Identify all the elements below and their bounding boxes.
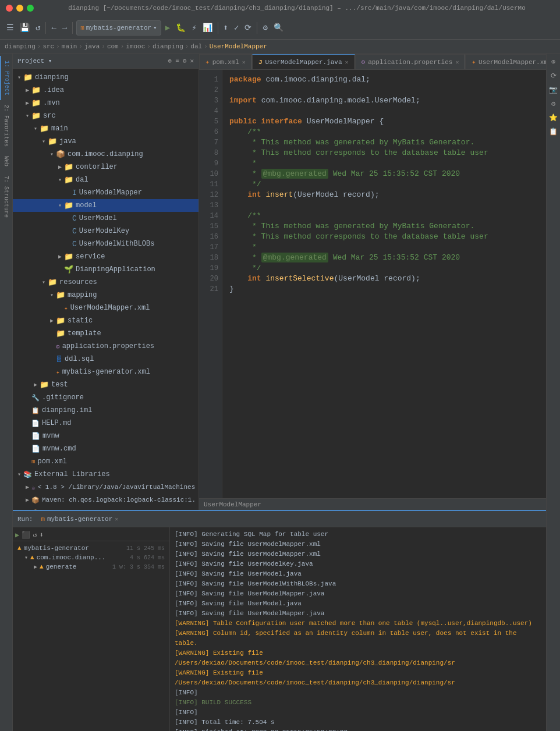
breadcrumb-java[interactable]: java — [84, 43, 100, 50]
tree-label: test — [51, 381, 68, 389]
tree-item-test[interactable]: ▶ 📁 test — [13, 378, 199, 391]
tab-close-icon[interactable]: ✕ — [242, 59, 246, 66]
sidebar-item-project[interactable]: 1: Project — [0, 56, 12, 100]
tab-pom-xml[interactable]: ✦ pom.xml ✕ — [199, 54, 252, 69]
collapse-icon[interactable]: ≡ — [175, 57, 179, 65]
breadcrumb-src[interactable]: src — [42, 43, 54, 50]
tree-item-service[interactable]: ▶ 📁 service — [13, 250, 199, 263]
run-play-icon[interactable]: ▶ — [15, 531, 19, 540]
tree-item-controller[interactable]: ▶ 📁 contorller — [13, 161, 199, 173]
run-button[interactable]: ▶ — [164, 21, 172, 34]
right-side-toolbar: ⊕ ⟳ 📷 ⚙ ⭐ 📋 — [546, 54, 560, 731]
sidebar-right-icon-6[interactable]: 📋 — [548, 126, 559, 137]
vcs-history-icon[interactable]: ⟳ — [243, 21, 253, 34]
log-line-9: [INFO] Saving file UserModelMapper.java — [175, 609, 541, 619]
tab-close-icon[interactable]: ✕ — [455, 59, 459, 66]
settings-icon[interactable]: ⚙ — [261, 21, 269, 34]
settings-panel-icon[interactable]: ⚙ — [183, 57, 187, 65]
back-icon[interactable]: ← — [49, 22, 58, 34]
sidebar-right-icon-2[interactable]: ⟳ — [548, 70, 559, 81]
tree-item-usermodeblobs[interactable]: C UserModelWithBLOBs — [13, 237, 199, 250]
breadcrumb-main[interactable]: main — [62, 43, 77, 50]
tree-item-external-libs[interactable]: ▾ 📚 External Libraries — [13, 468, 199, 481]
tree-item-usermodelkey[interactable]: C UserModelKey — [13, 225, 199, 237]
tree-item-gitignore[interactable]: 🔧 .gitignore — [13, 391, 199, 404]
tree-item-static[interactable]: ▶ 📁 static — [13, 314, 199, 327]
debug-button[interactable]: 🐛 — [174, 21, 187, 34]
vcs-update-icon[interactable]: ⬆ — [222, 21, 230, 34]
code-editor[interactable]: package com.imooc.dianping.dal; import c… — [222, 70, 546, 498]
tree-item-mvn[interactable]: ▶ 📁 .mvn — [13, 97, 199, 109]
search-icon[interactable]: 🔍 — [272, 21, 285, 34]
tree-item-jdk[interactable]: ▶ ☕ < 1.8 > /Library/Java/JavaVirtualMac… — [13, 481, 199, 494]
tab-close-icon[interactable]: ✕ — [345, 59, 349, 66]
tree-item-mapping[interactable]: ▾ 📁 mapping — [13, 289, 199, 301]
tree-item-helpmd[interactable]: 📄 HELP.md — [13, 417, 199, 430]
sidebar-item-favorites[interactable]: 2: Favorites — [1, 100, 12, 151]
tree-item-usermodelemapper[interactable]: I UserModelMapper — [13, 186, 199, 199]
sidebar-item-web[interactable]: Web — [1, 151, 12, 171]
run-tree-item-2[interactable]: ▾ ▲ com.imooc.dianp... 4 s 624 ms — [13, 553, 169, 562]
run-rerun-icon[interactable]: ↺ — [33, 531, 37, 540]
sidebar-right-icon-5[interactable]: ⭐ — [548, 112, 559, 123]
breadcrumb-usermodelmapper[interactable]: UserModelMapper — [210, 43, 267, 50]
close-button[interactable] — [6, 5, 13, 12]
run-scroll-icon[interactable]: ⬇ — [39, 531, 43, 540]
minimize-button[interactable] — [16, 5, 23, 12]
tab-app-properties[interactable]: ⚙ application.properties ✕ — [355, 54, 466, 69]
tree-item-resources[interactable]: ▾ 📁 resources — [13, 276, 199, 289]
sidebar-right-icon-4[interactable]: ⚙ — [548, 98, 559, 109]
breadcrumb-com[interactable]: com — [107, 43, 119, 50]
tree-item-usermodelmapper-xml[interactable]: ✦ UserModelMapper.xml — [13, 301, 199, 314]
tree-item-model[interactable]: ▾ 📁 model — [13, 199, 199, 212]
tree-item-usermodel[interactable]: C UserModel — [13, 212, 199, 225]
tree-item-template[interactable]: 📁 template — [13, 327, 199, 340]
tree-item-maven1[interactable]: ▶ 📦 Maven: ch.qos.logback:logback-classi… — [13, 494, 199, 506]
tree-item-main[interactable]: ▾ 📁 main — [13, 122, 199, 135]
run-stop-icon[interactable]: ⬛ — [22, 531, 30, 540]
run-with-coverage-icon[interactable]: ⚡ — [190, 21, 198, 34]
tree-item-src[interactable]: ▾ 📁 src — [13, 109, 199, 122]
tree-item-app-properties[interactable]: ⚙ application.properties — [13, 340, 199, 353]
folder-icon: 📁 — [56, 316, 65, 325]
sidebar-right-icon-3[interactable]: 📷 — [548, 84, 559, 95]
save-all-icon[interactable]: 💾 — [18, 21, 31, 34]
tree-item-dal[interactable]: ▾ 📁 dal — [13, 173, 199, 186]
tree-item-pom[interactable]: m pom.xml — [13, 455, 199, 468]
tree-item-idea[interactable]: ▶ 📁 .idea — [13, 84, 199, 97]
breadcrumb-imooc[interactable]: imooc — [126, 43, 145, 50]
code-container: 12345 678910 1112131415 1617181920 21 pa… — [199, 70, 546, 498]
tab-usermodelmapper-java[interactable]: J UserModelMapper.java ✕ — [252, 54, 355, 69]
tree-item-java[interactable]: ▾ 📁 java — [13, 135, 199, 148]
tree-item-ddl-sql[interactable]: 🗄 ddl.sql — [13, 353, 199, 365]
run-tree-item-1[interactable]: ▲ mybatis-generator 11 s 245 ms — [13, 544, 169, 553]
project-panel-header: Project ▾ ⊕ ≡ ⚙ ✕ — [13, 54, 199, 69]
tree-item-com-imooc[interactable]: ▾ 📦 com.imooc.dianping — [13, 148, 199, 161]
maximize-button[interactable] — [27, 5, 34, 12]
close-panel-icon[interactable]: ✕ — [190, 57, 194, 65]
sync-icon[interactable]: ↺ — [34, 21, 42, 34]
tree-item-mvnw[interactable]: 📄 mvnw — [13, 430, 199, 442]
project-icon[interactable]: ☰ — [5, 21, 16, 34]
forward-icon[interactable]: → — [61, 22, 69, 34]
breadcrumb-dianping[interactable]: dianping — [5, 43, 36, 50]
add-icon[interactable]: ⊕ — [168, 57, 172, 65]
tree-item-mybatis-xml[interactable]: ✦ mybatis-generator.xml — [13, 365, 199, 378]
run-tab-close-icon[interactable]: ✕ — [115, 516, 118, 523]
tree-item-dianpingapp[interactable]: 🌱 DianpingApplication — [13, 263, 199, 276]
sidebar-item-structure[interactable]: 7: Structure — [1, 171, 12, 222]
breadcrumb-dianping2[interactable]: dianping — [153, 43, 183, 50]
run-panel: Run: m mybatis-generator ✕ ▶ ⬛ ↺ ⬇ — [13, 510, 546, 731]
log-line-5: [INFO] Saving file UserModel.java — [175, 569, 541, 579]
tree-item-mvnw-cmd[interactable]: 📄 mvnw.cmd — [13, 442, 199, 455]
sidebar-right-icon-1[interactable]: ⊕ — [548, 56, 559, 68]
breadcrumb-dal[interactable]: dal — [190, 43, 202, 50]
run-tree-item-3[interactable]: ▶ ▲ generate 1 w: 3 s 354 ms — [13, 562, 169, 572]
profile-icon[interactable]: 📊 — [201, 21, 214, 34]
tree-item-dianping[interactable]: ▾ 📁 dianping — [13, 71, 199, 84]
tab-usermodelmapper-xml[interactable]: ✦ UserModelMapper.xml ✕ — [465, 54, 546, 69]
tree-item-iml[interactable]: 📋 dianping.iml — [13, 404, 199, 417]
run-config-button[interactable]: m mybatis-generator ▾ — [76, 20, 161, 36]
vcs-commit-icon[interactable]: ✓ — [232, 21, 240, 34]
run-tab-mybatis[interactable]: m mybatis-generator ✕ — [36, 513, 123, 525]
